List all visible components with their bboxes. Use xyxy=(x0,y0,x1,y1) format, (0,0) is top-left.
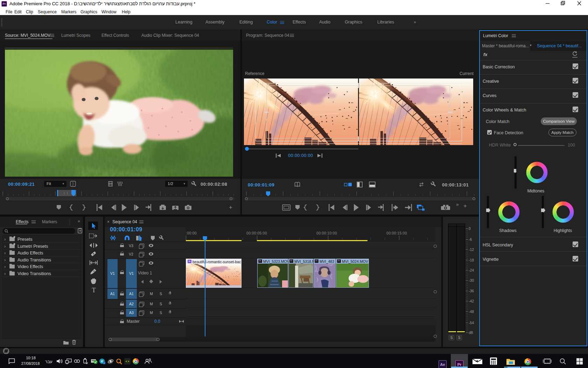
svg-text:i: i xyxy=(104,362,104,364)
svg-text:}: } xyxy=(72,182,74,186)
